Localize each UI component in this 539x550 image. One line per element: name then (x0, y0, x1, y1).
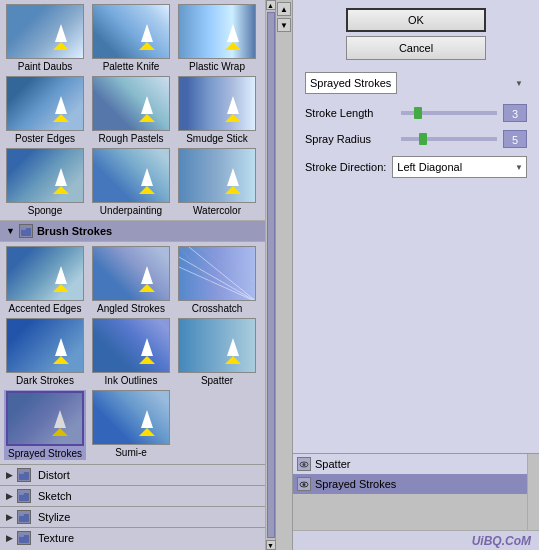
eye-icon-spatter[interactable] (297, 457, 311, 471)
filter-item-crosshatch[interactable]: Crosshatch (176, 246, 258, 314)
category-sketch[interactable]: ▶ Sketch (0, 485, 265, 506)
sketch-label: Sketch (38, 490, 72, 502)
category-stylize[interactable]: ▶ Stylize (0, 506, 265, 527)
filter-item-underpainting[interactable]: Underpainting (90, 148, 172, 216)
filter-item-poster-edges[interactable]: Poster Edges (4, 76, 86, 144)
sketch-folder-icon (17, 489, 31, 503)
svg-rect-12 (19, 513, 24, 516)
sailboat-icon (223, 164, 243, 194)
stroke-direction-select[interactable]: Right Diagonal Horizontal Left Diagonal … (392, 156, 527, 178)
stroke-direction-label: Stroke Direction: (305, 161, 386, 173)
spacer (293, 194, 539, 453)
filter-thumb-underpainting (92, 148, 170, 203)
direction-select-wrapper: Right Diagonal Horizontal Left Diagonal … (392, 156, 527, 178)
sailboat-icon (223, 92, 243, 122)
filter-item-sumie[interactable]: Sumi-e (90, 390, 172, 460)
category-distort[interactable]: ▶ Distort (0, 464, 265, 485)
layers-empty-area (293, 494, 539, 530)
scroll-down-button[interactable]: ▼ (266, 540, 276, 550)
filter-select-row: Sprayed Strokes Spatter Accented Edges A… (305, 72, 527, 94)
distort-label: Distort (38, 469, 70, 481)
filter-thumb-poster-edges (6, 76, 84, 131)
texture-label: Texture (38, 532, 74, 544)
filter-item-sponge[interactable]: Sponge (4, 148, 86, 216)
distort-folder-icon (17, 468, 31, 482)
filter-select-wrapper: Sprayed Strokes Spatter Accented Edges A… (305, 72, 527, 94)
cancel-button[interactable]: Cancel (346, 36, 486, 60)
filter-item-paint-daubs[interactable]: Paint Daubs (4, 4, 86, 72)
filter-label-angled-strokes: Angled Strokes (97, 303, 165, 314)
action-buttons: OK Cancel (293, 0, 539, 64)
stroke-length-value: 3 (503, 104, 527, 122)
artistic-filters-grid: Paint Daubs Palette Knife Plastic Wrap (0, 0, 265, 220)
filter-thumb-palette-knife (92, 4, 170, 59)
filter-thumb-sponge (6, 148, 84, 203)
filter-label-poster-edges: Poster Edges (15, 133, 75, 144)
filter-thumb-ink (92, 318, 170, 373)
filter-label-sumie: Sumi-e (115, 447, 147, 458)
filter-thumb-paint-daubs (6, 4, 84, 59)
sailboat-icon (137, 262, 157, 292)
distort-arrow-icon: ▶ (6, 470, 13, 480)
left-scrollbar[interactable]: ▲ ▼ (265, 0, 275, 550)
stroke-length-label: Stroke Length (305, 107, 395, 119)
filter-label-rough-pastels: Rough Pastels (98, 133, 163, 144)
eye-icon-sprayed-strokes[interactable] (297, 477, 311, 491)
filter-thumb-spatter (178, 318, 256, 373)
svg-rect-8 (19, 471, 24, 474)
filter-item-palette-knife[interactable]: Palette Knife (90, 4, 172, 72)
layer-name-spatter: Spatter (315, 458, 523, 470)
filter-label-dark-strokes: Dark Strokes (16, 375, 74, 386)
ok-button[interactable]: OK (346, 8, 486, 32)
scroll-thumb[interactable] (267, 12, 275, 538)
filter-item-sprayed-strokes[interactable]: Sprayed Strokes (4, 390, 86, 460)
spatter-layer-row-wrapper: Spatter (293, 454, 539, 474)
svg-line-4 (189, 247, 256, 301)
spray-radius-value: 5 (503, 130, 527, 148)
layer-row-sprayed-strokes[interactable]: Sprayed Strokes (293, 474, 527, 494)
svg-point-16 (303, 463, 306, 466)
stroke-length-slider[interactable] (401, 111, 497, 115)
brush-strokes-arrow-icon: ▼ (6, 226, 15, 236)
sailboat-icon (137, 406, 157, 436)
panel-expand-down-button[interactable]: ▼ (277, 18, 291, 32)
stroke-length-row: Stroke Length 3 (305, 104, 527, 122)
scroll-up-button[interactable]: ▲ (266, 0, 276, 10)
filter-select[interactable]: Sprayed Strokes Spatter Accented Edges A… (305, 72, 397, 94)
sailboat-icon (137, 164, 157, 194)
sailboat-icon (137, 92, 157, 122)
spray-radius-slider[interactable] (401, 137, 497, 141)
svg-line-6 (199, 247, 256, 287)
filter-label-spatter: Spatter (201, 375, 233, 386)
filter-item-watercolor[interactable]: Watercolor (176, 148, 258, 216)
filter-item-plastic-wrap[interactable]: Plastic Wrap (176, 4, 258, 72)
right-panel: OK Cancel Sprayed Strokes Spatter Accent… (293, 0, 539, 550)
filter-label-watercolor: Watercolor (193, 205, 241, 216)
filter-item-dark-strokes[interactable]: Dark Strokes (4, 318, 86, 386)
filter-item-smudge-stick[interactable]: Smudge Stick (176, 76, 258, 144)
layer-row-spatter[interactable]: Spatter (293, 454, 527, 474)
filter-item-angled-strokes[interactable]: Angled Strokes (90, 246, 172, 314)
panel-expand-up-button[interactable]: ▲ (277, 2, 291, 16)
filter-item-rough-pastels[interactable]: Rough Pastels (90, 76, 172, 144)
sailboat-icon (51, 262, 71, 292)
filter-label-plastic-wrap: Plastic Wrap (189, 61, 245, 72)
category-texture[interactable]: ▶ Texture (0, 527, 265, 548)
filter-item-spatter[interactable]: Spatter (176, 318, 258, 386)
svg-rect-1 (21, 227, 26, 230)
layers-scroll (527, 454, 539, 474)
filter-thumb-sumie (92, 390, 170, 445)
svg-rect-10 (19, 492, 24, 495)
filter-label-smudge-stick: Smudge Stick (186, 133, 248, 144)
left-panel: Paint Daubs Palette Knife Plastic Wrap (0, 0, 275, 550)
filter-item-accented-edges[interactable]: Accented Edges (4, 246, 86, 314)
watermark: UiBQ.CoM (472, 534, 531, 548)
filter-label-crosshatch: Crosshatch (192, 303, 243, 314)
filter-item-ink-outlines[interactable]: Ink Outlines (90, 318, 172, 386)
filter-thumb-sprayed (6, 391, 84, 446)
sailboat-icon (51, 164, 71, 194)
brush-strokes-category-header[interactable]: ▼ Brush Strokes (0, 220, 265, 242)
svg-line-5 (179, 247, 229, 301)
filter-thumb-rough-pastels (92, 76, 170, 131)
watermark-area: UiBQ.CoM (293, 530, 539, 550)
